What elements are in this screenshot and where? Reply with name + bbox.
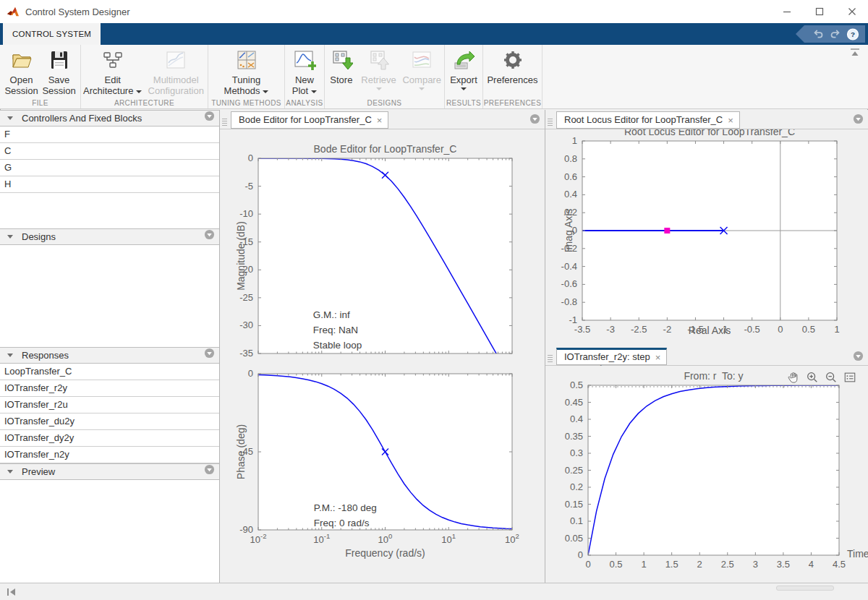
collapse-sidebar-icon[interactable] — [6, 587, 17, 597]
ribbon-store-button[interactable]: Store — [325, 46, 358, 92]
ribbon-tuning-methods-button[interactable]: TuningMethods — [211, 46, 282, 96]
list-item[interactable]: H — [0, 176, 219, 193]
zoom-in-icon[interactable] — [804, 369, 820, 385]
drag-grip-icon[interactable] — [222, 119, 227, 126]
x-tick-label: 1 — [641, 559, 646, 570]
app-window: Control System Designer CONTROL SYSTEM ?… — [0, 0, 868, 600]
close-tab-icon[interactable]: × — [655, 353, 661, 362]
tab-label: IOTransfer_r2y: step — [564, 349, 650, 365]
bode-figure[interactable]: 0-5-10-15-20-25-30-35Bode Editor for Loo… — [220, 129, 545, 583]
ribbon-section-designs: StoreRetrieveCompareDESIGNS — [325, 45, 445, 108]
list-item[interactable]: G — [0, 160, 219, 176]
ribbon-item-label: Configuration — [148, 85, 204, 96]
maximize-button[interactable] — [803, 0, 835, 23]
save-session-icon — [48, 48, 71, 74]
ribbon-new-plot-button[interactable]: NewPlot — [287, 46, 322, 96]
collapse-ribbon-icon[interactable] — [848, 46, 862, 58]
tab-control-system[interactable]: CONTROL SYSTEM — [3, 23, 101, 45]
ribbon-edit-architecture-button[interactable]: EditArchitecture — [81, 46, 145, 96]
tab-step[interactable]: IOTransfer_r2y: step× — [556, 348, 667, 365]
undo-icon[interactable] — [812, 27, 825, 40]
help-button[interactable]: ? — [846, 27, 859, 40]
x-tick-label: 1.5 — [665, 559, 678, 570]
y-axis-label: Magnitude (dB) — [235, 221, 247, 291]
splitter-handle[interactable] — [776, 586, 834, 591]
drag-grip-icon[interactable] — [548, 119, 553, 126]
ribbon-item-label: Methods — [224, 85, 269, 96]
tab-bode[interactable]: Bode Editor for LoopTransfer_C× — [231, 111, 388, 129]
collapse-triangle-icon — [7, 116, 13, 120]
minimize-button[interactable] — [770, 0, 803, 23]
y-tick-label: 0 — [248, 368, 253, 379]
panel-menu-icon[interactable] — [204, 464, 215, 475]
ribbon-section-tuning-methods: TuningMethodsTUNING METHODS — [208, 45, 285, 108]
ribbon-open-session-button[interactable]: OpenSession — [3, 46, 41, 96]
x-tick-label: 2 — [697, 559, 702, 570]
list-item[interactable]: LoopTransfer_C — [0, 364, 219, 380]
list-item[interactable]: IOTransfer_n2y — [0, 447, 219, 463]
list-item[interactable]: IOTransfer_du2y — [0, 413, 219, 430]
x-tick-label: -3.5 — [574, 324, 590, 335]
x-tick-label: 3.5 — [777, 559, 790, 570]
panel-menu-icon[interactable] — [853, 113, 864, 124]
y-tick-label: 1 — [572, 135, 577, 146]
closed-loop-pole-marker[interactable] — [664, 228, 670, 233]
y-tick-label: -90 — [239, 524, 253, 535]
x-tick-label: 0 — [778, 324, 783, 335]
sidebar-panel-header-controllers-and-fixed-blocks[interactable]: Controllers And Fixed Blocks — [0, 110, 219, 127]
x-axis-label: Time — [847, 548, 868, 560]
legend-icon[interactable] — [842, 369, 858, 385]
sidebar-panel-header-designs[interactable]: Designs — [0, 228, 219, 245]
hand-icon[interactable] — [786, 369, 801, 385]
close-button[interactable] — [835, 0, 868, 23]
panel-menu-icon[interactable] — [204, 111, 215, 121]
sidebar-panel-header-responses[interactable]: Responses — [0, 347, 219, 364]
panel-menu-icon[interactable] — [529, 113, 540, 124]
multimodel-configuration-icon — [164, 48, 187, 74]
y-tick-label: 0.1 — [570, 515, 583, 526]
collapse-triangle-icon — [7, 470, 13, 473]
y-tick-label: -0.4 — [561, 261, 577, 272]
ribbon-export-button[interactable]: Export — [445, 46, 482, 92]
panel-menu-icon[interactable] — [853, 351, 864, 361]
bode-magnitude-plot[interactable]: 0-5-10-15-20-25-30-35Bode Editor for Loo… — [235, 143, 512, 382]
list-item[interactable]: F — [0, 127, 219, 143]
redo-icon[interactable] — [829, 27, 842, 40]
close-tab-icon[interactable]: × — [377, 116, 383, 125]
list-item[interactable]: IOTransfer_r2y — [0, 380, 219, 397]
sidebar-panel-title: Controllers And Fixed Blocks — [22, 113, 142, 124]
ribbon-item-label: Compare — [402, 74, 441, 85]
rootlocus-figure[interactable]: -3.5-3-2.5-2-1.5-1-0.500.5110.80.60.40.2… — [545, 129, 868, 347]
plot-annotation: Freq: 0 rad/s — [314, 518, 370, 528]
ribbon-section-file: OpenSessionSaveSessionFILE — [0, 45, 81, 108]
x-tick-label: 101 — [441, 532, 456, 545]
ribbon-toolbar: OpenSessionSaveSessionFILEEditArchitectu… — [0, 45, 868, 109]
list-item[interactable]: IOTransfer_dy2y — [0, 430, 219, 447]
x-tick-label: 4 — [809, 559, 814, 570]
tab-label: Root Locus Editor for LoopTransfer_C — [564, 112, 723, 128]
ribbon-item-label: Plot — [292, 85, 317, 96]
ribbon-item-label: Retrieve — [361, 74, 396, 85]
y-tick-label: 0 — [578, 549, 583, 560]
bode-phase-plot[interactable]: 10-210-11001011020-45-90Frequency (rad/s… — [235, 368, 519, 559]
list-item[interactable]: C — [0, 143, 219, 160]
step-response-plot[interactable]: 00.511.522.533.544.50.50.450.40.350.30.2… — [565, 370, 868, 570]
step-figure[interactable]: 00.511.522.533.544.50.50.450.40.350.30.2… — [545, 366, 868, 583]
y-axis-label: Imag Axis — [563, 209, 574, 253]
root-locus-plot[interactable]: -3.5-3-2.5-2-1.5-1-0.500.5110.80.60.40.2… — [561, 129, 840, 336]
ribbon-preferences-button[interactable]: Preferences — [485, 46, 541, 85]
close-tab-icon[interactable]: × — [728, 116, 733, 125]
list-item[interactable]: IOTransfer_r2u — [0, 397, 219, 413]
ribbon-save-session-button[interactable]: SaveSession — [41, 46, 78, 96]
x-tick-label: 3 — [753, 559, 758, 570]
zoom-out-icon[interactable] — [823, 369, 839, 385]
panel-menu-icon[interactable] — [204, 229, 215, 240]
tab-strip-step: IOTransfer_r2y: step× — [545, 347, 868, 366]
tab-rootlocus[interactable]: Root Locus Editor for LoopTransfer_C× — [556, 111, 740, 129]
x-tick-label: 4.5 — [833, 559, 846, 570]
panel-menu-icon[interactable] — [204, 348, 215, 359]
sidebar-panel-header-preview[interactable]: Preview — [0, 463, 219, 480]
ribbon-section-label: TUNING METHODS — [208, 99, 284, 107]
drag-grip-icon[interactable] — [548, 355, 553, 362]
tab-strip-bode: Bode Editor for LoopTransfer_C× — [220, 110, 545, 129]
